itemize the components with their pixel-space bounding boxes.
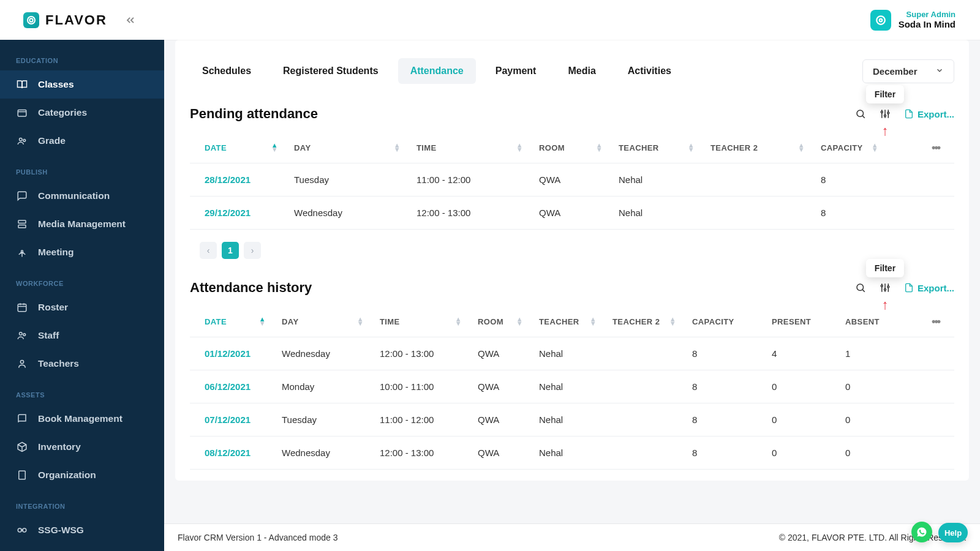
more-column[interactable]: ••• [907, 307, 954, 337]
svg-point-36 [857, 284, 864, 291]
month-select[interactable]: December [862, 59, 954, 83]
avatar[interactable] [870, 10, 891, 31]
book-icon [16, 413, 28, 425]
sidebar-item-meeting[interactable]: Meeting [0, 238, 164, 266]
brand-name: FLAVOR [45, 12, 107, 28]
search-button[interactable] [855, 282, 866, 293]
column-header[interactable]: DATE▲▼ [190, 307, 276, 337]
pending-tools: Filter ↑ Export... [855, 108, 954, 119]
date-cell[interactable]: 06/12/2021 [190, 370, 276, 403]
table-row[interactable]: 28/12/2021 Tuesday 11:00 - 12:00 QWA Neh… [190, 163, 954, 197]
user-role: Super Admin [899, 10, 956, 20]
column-header[interactable]: DATE▲▼ [190, 133, 288, 163]
column-header[interactable]: CAPACITY [686, 307, 766, 337]
user-icon [16, 358, 28, 370]
column-header[interactable]: ROOM▲▼ [472, 307, 533, 337]
tab-registered-students[interactable]: Registered Students [271, 58, 391, 84]
sidebar-item-ssg-wsg[interactable]: SSG-WSG [0, 516, 164, 544]
teacher2-cell [704, 197, 815, 230]
svg-point-15 [20, 332, 23, 335]
column-header[interactable]: ABSENT [839, 307, 907, 337]
sidebar-item-categories[interactable]: Categories [0, 99, 164, 127]
tab-schedules[interactable]: Schedules [190, 58, 263, 84]
capacity-cell: 8 [686, 337, 766, 370]
date-cell[interactable]: 08/12/2021 [190, 437, 276, 470]
brand-logo[interactable]: FLAVOR [23, 12, 107, 28]
footer: Flavor CRM Version 1 - Advanced mode 3 ©… [164, 524, 980, 551]
filter-button[interactable]: Filter ↑ [880, 282, 891, 293]
svg-point-33 [881, 111, 883, 113]
sidebar-item-label: Classes [38, 79, 74, 90]
time-cell: 12:00 - 13:00 [410, 197, 533, 230]
date-cell[interactable]: 07/12/2021 [190, 403, 276, 437]
table-row[interactable]: 07/12/2021 Tuesday 11:00 - 12:00 QWA Neh… [190, 403, 954, 437]
absent-cell: 1 [839, 337, 907, 370]
column-header[interactable]: TEACHER 2▲▼ [704, 133, 815, 163]
teacher2-cell [606, 403, 686, 437]
present-cell: 0 [766, 370, 839, 403]
present-cell: 0 [766, 403, 839, 437]
export-button[interactable]: Export... [904, 283, 954, 293]
table-row[interactable]: 06/12/2021 Monday 10:00 - 11:00 QWA Neha… [190, 370, 954, 403]
tab-payment[interactable]: Payment [483, 58, 549, 84]
table-row[interactable]: 01/12/2021 Wednesday 12:00 - 13:00 QWA N… [190, 337, 954, 370]
table-row[interactable]: 29/12/2021 Wednesday 12:00 - 13:00 QWA N… [190, 197, 954, 230]
help-button[interactable]: Help [938, 523, 968, 542]
sidebar-item-classes[interactable]: Classes [0, 70, 164, 99]
sidebar-item-teachers[interactable]: Teachers [0, 350, 164, 378]
sidebar-item-label: Organization [38, 470, 96, 481]
svg-point-28 [857, 110, 864, 117]
whatsapp-button[interactable] [911, 522, 932, 542]
column-header[interactable]: DAY▲▼ [276, 307, 374, 337]
column-header[interactable]: TEACHER▲▼ [533, 307, 606, 337]
column-header[interactable]: TIME▲▼ [410, 133, 533, 163]
pager-prev[interactable]: ‹ [200, 242, 217, 259]
tab-attendance[interactable]: Attendance [398, 58, 476, 84]
date-cell[interactable]: 28/12/2021 [190, 163, 288, 197]
capacity-cell: 8 [815, 197, 888, 230]
column-header[interactable]: TEACHER▲▼ [612, 133, 704, 163]
date-cell[interactable]: 29/12/2021 [190, 197, 288, 230]
tab-activities[interactable]: Activities [616, 58, 684, 84]
tab-media[interactable]: Media [556, 58, 608, 84]
sidebar-section-title: EDUCATION [0, 53, 164, 70]
svg-point-1 [29, 18, 32, 21]
column-header[interactable]: ROOM▲▼ [533, 133, 612, 163]
arrow-annotation-icon: ↑ [881, 123, 888, 139]
tabs-row: SchedulesRegistered StudentsAttendancePa… [190, 58, 954, 84]
column-header[interactable]: DAY▲▼ [288, 133, 410, 163]
sidebar-item-organization[interactable]: Organization [0, 461, 164, 489]
column-header[interactable]: TEACHER 2▲▼ [606, 307, 686, 337]
group-icon [16, 135, 28, 147]
column-header[interactable]: PRESENT [766, 307, 839, 337]
column-header[interactable]: TIME▲▼ [374, 307, 472, 337]
pager-next[interactable]: › [244, 242, 261, 259]
teacher2-cell [704, 163, 815, 197]
sidebar-item-book-management[interactable]: Book Management [0, 405, 164, 433]
user-meta[interactable]: Super Admin Soda In Mind [899, 10, 956, 31]
collapse-sidebar-button[interactable] [124, 14, 137, 26]
filter-button[interactable]: Filter ↑ [880, 108, 891, 119]
sidebar-item-grade[interactable]: Grade [0, 127, 164, 155]
search-button[interactable] [855, 108, 866, 119]
date-cell[interactable]: 01/12/2021 [190, 337, 276, 370]
more-column[interactable]: ••• [888, 133, 954, 163]
sidebar-item-staff[interactable]: Staff [0, 321, 164, 350]
column-header[interactable]: CAPACITY▲▼ [815, 133, 888, 163]
topbar-right: Super Admin Soda In Mind [870, 10, 956, 31]
sidebar-item-roster[interactable]: Roster [0, 293, 164, 321]
sidebar-item-label: Media Management [38, 219, 126, 230]
sidebar-item-communication[interactable]: Communication [0, 182, 164, 210]
room-cell: QWA [472, 337, 533, 370]
pager-page[interactable]: 1 [222, 242, 239, 259]
export-button[interactable]: Export... [904, 109, 954, 119]
chevron-down-icon [935, 66, 944, 77]
sidebar-item-label: Roster [38, 302, 68, 313]
time-cell: 11:00 - 12:00 [410, 163, 533, 197]
sidebar-item-inventory[interactable]: Inventory [0, 433, 164, 461]
svg-line-37 [862, 290, 864, 291]
table-row[interactable]: 08/12/2021 Wednesday 12:00 - 13:00 QWA N… [190, 437, 954, 470]
svg-point-2 [876, 16, 885, 24]
sidebar-item-media-management[interactable]: Media Management [0, 210, 164, 238]
room-cell: QWA [533, 163, 612, 197]
